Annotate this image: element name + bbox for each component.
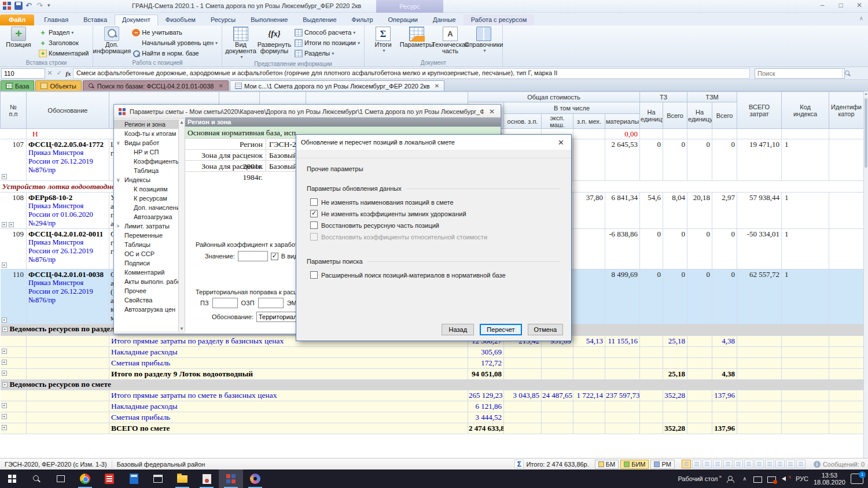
row-number-cell[interactable]: + [1,401,27,412]
expander-icon[interactable]: + [2,371,7,376]
band-row[interactable]: +Ведомость ресурсов по смете [1,380,868,390]
ribbon-button[interactable]: Позиция [2,26,35,49]
column-header-tz-per-unit[interactable]: На единицу [640,102,663,129]
expander-icon[interactable]: + [2,349,7,354]
column-header-materials[interactable]: материалы [605,114,640,129]
expander-icon[interactable]: + [2,327,8,332]
column-header-num[interactable]: № п.п [1,92,27,129]
ribbon-button[interactable]: Итоги▾ [366,26,400,54]
back-button[interactable]: Назад [442,324,474,335]
ribbon-button[interactable]: Разделы▾ [292,48,362,58]
row-number-cell[interactable]: + [1,358,27,369]
ribbon-tab[interactable]: Фильтр [344,14,381,25]
tree-item[interactable]: >Лимит. затраты [114,221,178,231]
chart-tool-icon[interactable] [723,460,733,468]
ribbon-tab[interactable]: Физобъем [158,14,203,25]
total-label-cell[interactable]: Сметная прибыль [109,358,468,369]
scrollbar-thumb[interactable] [865,98,867,168]
checkbox[interactable] [310,210,318,217]
total-label-cell[interactable]: Итого прямые затраты по смете в базисных… [109,390,468,401]
close-icon[interactable]: ✕ [435,83,439,89]
cancel-icon[interactable]: ✕ [45,69,54,77]
property-value[interactable]: Базовый [266,161,297,171]
total-row[interactable]: +Сметная прибыль3 444,52 [1,412,868,423]
taskbar-explorer-icon[interactable] [170,469,194,488]
dialog-titlebar[interactable]: Обновление и пересчет позиций в локально… [296,135,571,150]
percent-checkbox[interactable] [271,253,278,260]
collapse-ribbon-icon[interactable]: ∧ [859,15,863,21]
taskbar-chrome-icon[interactable] [73,469,97,488]
chevrons-icon[interactable]: » [719,474,721,479]
chevron-collapsed-icon[interactable]: > [116,221,122,231]
ribbon-tab[interactable]: Документ [115,14,158,25]
document-tab[interactable]: Объекты [35,80,81,91]
tree-item[interactable]: ∨Индексы [114,175,178,184]
scroll-up-icon[interactable]: ▲ [179,120,184,125]
total-label-cell[interactable]: ВСЕГО по смете [109,423,468,434]
ozp-input[interactable] [258,298,284,308]
tree-item[interactable]: Автозагрузка [114,212,178,221]
column-header-index-code[interactable]: Код индекса [782,92,829,129]
coefficient-value-input[interactable] [238,251,268,261]
row-number-cell[interactable]: 108++ [1,193,27,229]
tree-item[interactable]: К позициям [114,184,178,194]
people-icon[interactable] [727,475,736,483]
ribbon-tab[interactable]: Операции [381,14,425,25]
tree-item[interactable]: Таблица [114,166,178,175]
mode-button[interactable]: РМ [650,460,674,469]
cell-reference-input[interactable] [1,68,45,79]
tree-item[interactable]: Прочее [114,286,178,295]
ribbon-tab[interactable]: Вставка [76,14,115,25]
expander-icon[interactable]: + [2,382,8,387]
ribbon-button[interactable]: Заголовок [36,38,91,48]
scroll-down-icon[interactable]: ▼ [179,326,185,331]
tree-scrollbar[interactable]: ▲▼ [179,120,185,331]
pen-tool-icon[interactable] [775,460,785,468]
ribbon-button[interactable]: Доп. информация [95,26,128,55]
column-header-machine[interactable]: эксп. маш. [542,114,573,129]
document-tab[interactable]: Поиск по базам: ФССЦ-04.2.01.01-0038✕ [83,80,229,91]
search-input[interactable] [755,70,842,77]
column-header-tzm-per-unit[interactable]: На единицу [687,102,712,129]
tree-item[interactable]: Таблицы [114,240,178,249]
ribbon-button[interactable]: Не учитывать [130,27,220,38]
expander-icon[interactable]: + [2,403,7,408]
total-row[interactable]: Итого прямые затраты по смете в базисных… [1,390,868,401]
total-label-cell[interactable]: Накладные расходы [109,401,468,412]
scroll-up-icon[interactable]: ▲ [864,92,868,95]
tree-item[interactable]: Регион и зона [114,120,178,129]
desktop-toolbar[interactable]: Рабочий стол » [678,475,722,482]
language-indicator[interactable]: РУС [796,475,808,482]
total-row[interactable]: +Итого по разделу 9 Лоток водоотводный94… [1,369,868,380]
notification-center-icon[interactable]: 1 [851,474,863,484]
maximize-icon[interactable]: □ [836,1,846,9]
property-value[interactable]: Базовый [266,150,297,160]
ribbon-button[interactable]: Способ расчета▾ [292,27,362,38]
row-number-cell[interactable]: + [1,423,27,434]
row-number-cell[interactable]: 110+ [1,269,27,324]
total-label-cell[interactable]: Сметная прибыль [109,412,468,423]
justification-cell[interactable]: ФЕРр68-10-2Приказ МинстрояРоссии от 01.0… [27,193,109,229]
volume-muted-icon[interactable] [781,475,790,483]
column-header-mech-wage[interactable]: з.п. мех. [573,114,605,129]
tree-item[interactable]: Подписи [114,258,178,268]
cancel-button[interactable]: Отмена [528,324,563,335]
hammer-tool-icon[interactable] [755,460,764,468]
row-number-cell[interactable] [1,390,27,401]
grid-vertical-scrollbar[interactable]: ▲ [863,91,868,458]
page-tool-icon[interactable] [744,460,753,468]
column-header-total-costs[interactable]: ВСЕГО затрат [737,92,782,129]
ribbon-button[interactable]: Параметры [400,26,433,49]
document-tab[interactable]: Мои с...\1 Смета дорога по ул Розы Люксе… [230,80,444,91]
mode-button[interactable]: БИМ [620,460,649,469]
column-header-including[interactable]: В том числе [504,102,640,114]
formula-text[interactable]: Смеси асфальтобетонные дорожные, аэродро… [73,68,750,79]
ribbon-button[interactable]: Вид документа▾ [224,26,258,60]
total-row[interactable]: +Сметная прибыль172,72 [1,358,868,369]
tree-item[interactable]: ∨Виды работ [114,138,178,147]
ribbon-tab[interactable]: Главная [36,14,76,25]
checkbox[interactable] [310,271,318,279]
ribbon-tab[interactable]: Выделение [295,14,344,25]
taskbar-task-view-icon[interactable] [49,469,73,488]
row-number-cell[interactable]: + [1,347,27,358]
